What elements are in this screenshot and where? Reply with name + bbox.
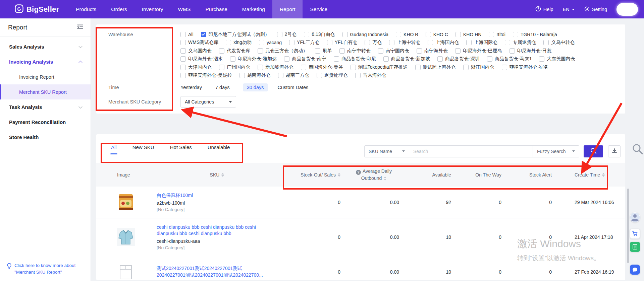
search-field-select[interactable]: SKU Name: [365, 146, 409, 157]
product-name-link[interactable]: 测试20240227001测试20240227001测试20240227001测…: [157, 265, 271, 278]
column-header-stock-out-sales[interactable]: Stock-Out/ Sales: [281, 172, 344, 178]
time-option-7-days[interactable]: 7 days: [215, 85, 230, 90]
warehouse-checkbox-item[interactable]: 退货处理仓: [317, 72, 348, 78]
warehouse-checkbox-item[interactable]: 专属退货仓: [505, 40, 536, 46]
warehouse-checkbox-item[interactable]: 商品备货仓-南宁: [284, 56, 326, 62]
column-header-create-time[interactable]: Create Time: [556, 172, 625, 178]
nav-item-service[interactable]: Service: [303, 0, 335, 18]
sidebar-subitem-invoicing-report[interactable]: Invoicing Report: [0, 69, 91, 84]
sort-icon[interactable]: [221, 173, 224, 177]
warehouse-checkbox-6-13[interactable]: 6.13自由仓: [304, 31, 335, 38]
warehouse-checkbox-item[interactable]: 印尼本地三方仓测试（勿删）: [201, 31, 270, 38]
warehouse-checkbox-tokopedia[interactable]: 测试Tokopedia库存推送: [351, 64, 408, 70]
warehouse-checkbox-yfl[interactable]: YFL三方仓: [289, 40, 320, 46]
warehouse-checkbox-item[interactable]: 南宁国内仓: [378, 48, 409, 54]
search-input[interactable]: [409, 146, 533, 157]
warehouse-checkbox-kho-hn[interactable]: KHO HN: [455, 32, 481, 37]
floating-search-icon[interactable]: [632, 143, 643, 156]
warehouse-checkbox-item[interactable]: 浙江国内仓: [463, 64, 494, 70]
sort-icon[interactable]: [384, 177, 386, 181]
warehouse-checkbox-item[interactable]: 商品备货仓-深圳: [437, 56, 480, 62]
search-button[interactable]: [584, 145, 603, 157]
snack-bag-photo[interactable]: [116, 193, 135, 212]
warehouse-checkbox-tgr10-balaraja[interactable]: TGR10 - Balaraja: [513, 32, 557, 37]
help-button[interactable]: ? Help: [535, 6, 553, 13]
warehouse-checkbox-item[interactable]: 大东莞国内仓: [539, 56, 575, 62]
warehouse-checkbox-kho-c[interactable]: KHO C: [426, 32, 448, 37]
warehouse-checkbox-1[interactable]: 商品备货仓-马来1: [487, 56, 532, 62]
warehouse-checkbox-yfl[interactable]: YFL自有仓: [327, 40, 358, 46]
tab-new-sku[interactable]: New SKU: [132, 144, 154, 154]
nav-item-products[interactable]: Products: [68, 0, 104, 18]
warehouse-checkbox-item[interactable]: 测试跨上海外仓: [415, 64, 456, 70]
warehouse-checkbox-item[interactable]: 越南三方仓: [278, 72, 309, 78]
user-avatar[interactable]: [616, 3, 638, 16]
warehouse-checkbox-item[interactable]: 义乌国内仓: [180, 48, 212, 54]
warehouse-checkbox-item[interactable]: 马来海外仓: [355, 72, 386, 78]
setting-button[interactable]: Setting: [584, 6, 607, 13]
warehouse-checkbox-item[interactable]: 新加坡海外仓: [258, 64, 293, 70]
nav-item-report[interactable]: Report: [272, 0, 303, 18]
nav-item-wms[interactable]: WMS: [170, 0, 198, 18]
invoice-doc-icon[interactable]: [630, 242, 640, 252]
warehouse-checkbox-item[interactable]: 印尼海外仓-雅加达: [230, 56, 277, 62]
sidebar-item-task-analysis[interactable]: Task Analysis: [0, 99, 91, 115]
warehouse-checkbox-item[interactable]: 刷单: [315, 48, 332, 54]
blue-shirt-photo[interactable]: [116, 228, 135, 247]
warehouse-checkbox-item[interactable]: 泰国海外仓-曼谷: [301, 64, 343, 70]
warehouse-checkbox-xing[interactable]: xing勿动: [226, 40, 252, 46]
chat-icon[interactable]: [630, 265, 640, 275]
warehouse-checkbox-item[interactable]: 商品备货仓-新加坡: [383, 56, 430, 62]
time-option-30-days[interactable]: 30 days: [243, 83, 268, 91]
sidebar-footer-link[interactable]: Click here to know more about "Merchant …: [7, 262, 83, 276]
warehouse-checkbox-item[interactable]: 商品备货仓-印尼: [334, 56, 376, 62]
nav-item-inventory[interactable]: Inventory: [135, 0, 171, 18]
warehouse-checkbox-all[interactable]: All: [180, 32, 194, 37]
warehouse-checkbox-item[interactable]: 菲律宾海外仓-宿务: [502, 64, 549, 70]
collapse-sidebar-icon[interactable]: [77, 24, 83, 31]
sidebar-item-store-health[interactable]: Store Health: [0, 130, 91, 145]
export-button[interactable]: [608, 145, 621, 157]
cart-icon[interactable]: [630, 229, 640, 239]
vertical-scrollbar[interactable]: [627, 189, 629, 263]
column-header-average-daily-outbound[interactable]: ?Average Daily Outbound: [344, 168, 403, 182]
warehouse-checkbox-item[interactable]: 上海国际仓: [466, 40, 497, 46]
warehouse-checkbox-item[interactable]: 印尼海外仓-泗水: [180, 56, 223, 62]
warehouse-checkbox-item[interactable]: 天津国内仓: [180, 64, 212, 70]
bigseller-logo[interactable]: G BigSeller: [0, 4, 68, 14]
warehouse-checkbox-item[interactable]: 印尼海外仓-日惹: [509, 48, 552, 54]
nav-item-orders[interactable]: Orders: [104, 0, 134, 18]
category-select[interactable]: All Categories: [180, 96, 236, 108]
warehouse-checkbox-item[interactable]: 印尼海外仓-巴厘岛: [455, 48, 502, 54]
warehouse-checkbox-item[interactable]: 南宁中转仓: [339, 48, 371, 54]
sidebar-item-invoicing-analysis[interactable]: Invoicing Analysis: [0, 54, 91, 69]
warehouse-checkbox-item[interactable]: 元仓三方仓（勿动）: [258, 48, 308, 54]
product-name-link[interactable]: ceshi dianpusku bbb ceshi dianpusku bbb …: [157, 224, 271, 237]
sidebar-item-payment-reconciliation[interactable]: Payment Reconciliation: [0, 115, 91, 130]
warehouse-checkbox-item[interactable]: 代发货仓库: [219, 48, 250, 54]
sort-icon[interactable]: [602, 173, 605, 177]
warehouse-checkbox-item[interactable]: 义乌中转仓: [543, 40, 575, 46]
language-selector[interactable]: EN: [563, 7, 575, 12]
time-option-yesterday[interactable]: Yesterday: [180, 85, 202, 90]
warehouse-checkbox-item[interactable]: 越南海外仓: [239, 72, 271, 78]
sort-icon[interactable]: [338, 173, 340, 177]
fuzzy-search-select[interactable]: Fuzzy Search: [533, 146, 579, 157]
product-name-link[interactable]: 白色保温杯100ml: [157, 192, 271, 199]
warehouse-checkbox-yacang[interactable]: yacang: [259, 40, 282, 45]
tab-hot-sales[interactable]: Hot Sales: [170, 144, 192, 154]
nav-item-marketing[interactable]: Marketing: [235, 0, 272, 18]
sidebar-item-sales-analysis[interactable]: Sales Analysis: [0, 39, 91, 54]
warehouse-checkbox-kho-b[interactable]: KHO B: [396, 32, 418, 37]
sidebar-subitem-merchant-sku-report[interactable]: Merchant SKU Report: [0, 84, 91, 99]
time-option-custom-dates[interactable]: Custom Dates: [278, 85, 309, 90]
warehouse-checkbox-item[interactable]: 上海中转仓: [389, 40, 420, 46]
tab-all[interactable]: All: [111, 144, 117, 154]
warehouse-checkbox-item[interactable]: 菲律宾海外仓-曼妮拉: [180, 72, 232, 78]
warehouse-checkbox-item[interactable]: 上海国内仓: [428, 40, 459, 46]
warehouse-checkbox-item[interactable]: 万仓: [365, 40, 382, 46]
warehouse-checkbox-rtitoi[interactable]: rtitoi: [489, 32, 505, 37]
nav-item-purchase[interactable]: Purchase: [198, 0, 234, 18]
warehouse-checkbox-wms[interactable]: WMS测试仓库: [180, 40, 218, 46]
carton-box-photo[interactable]: [116, 263, 135, 280]
